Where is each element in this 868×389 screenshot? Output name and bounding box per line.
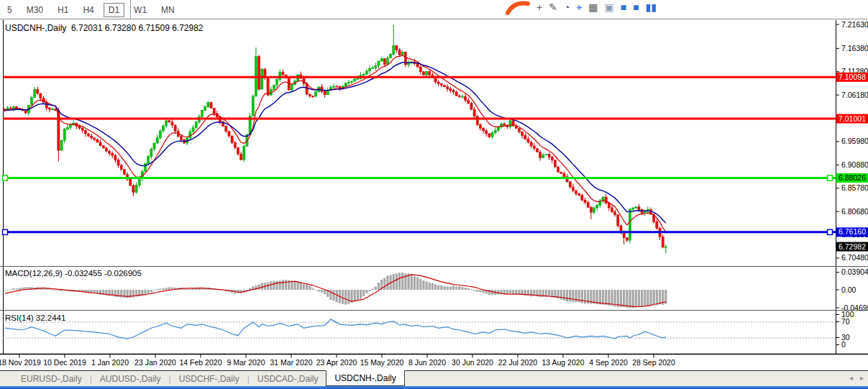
chart-tab-audusd[interactable]: AUDUSD-,Daily (92, 371, 169, 386)
candle (429, 72, 431, 75)
timeframe-toolbar: 5M30H1H4D1W1MN (0, 0, 182, 19)
macd-histogram-bar (512, 290, 514, 294)
macd-histogram-bar (632, 290, 634, 308)
candle (545, 155, 547, 155)
macd-histogram-bar (375, 287, 377, 290)
grid-icon[interactable]: ▦ (588, 2, 598, 12)
macd-histogram-bar (437, 285, 439, 290)
macd-histogram-bar (419, 279, 421, 290)
candle (129, 179, 132, 186)
chart-tab-usdcad[interactable]: USDCAD-,Daily (250, 371, 326, 386)
candle (267, 78, 269, 95)
candle (37, 89, 39, 93)
candle (174, 125, 176, 131)
chart-tab-usdcnh[interactable]: USDCNH-,Daily (326, 370, 404, 386)
candle (309, 94, 311, 96)
candle (587, 202, 589, 207)
date-axis-label: 8 Jun 2020 (408, 358, 446, 367)
timeframe-button-h4[interactable]: H4 (78, 3, 99, 17)
logo-icon (506, 0, 530, 15)
date-axis-label: 23 Jan 2020 (134, 358, 176, 367)
macd-histogram-bar (449, 287, 452, 290)
candle (252, 96, 254, 116)
date-axis-label: 10 Dec 2019 (43, 358, 86, 367)
chart-tab-eurusd[interactable]: EURUSD-,Daily (13, 371, 90, 386)
chart-tab-usdchf[interactable]: USDCHF-,Daily (171, 371, 247, 386)
date-axis-label: 28 Sep 2020 (632, 358, 675, 367)
macd-histogram-bar (575, 290, 577, 302)
chart-area[interactable]: 7.216307.163807.112807.061807.010806.959… (0, 20, 868, 371)
macd-histogram-bar (473, 290, 475, 291)
price-badge-label: 6.72982 (839, 242, 866, 251)
macd-histogram-bar (429, 283, 431, 290)
candle (455, 92, 457, 96)
target-icon[interactable]: ⌖ (576, 2, 582, 12)
candle (135, 185, 137, 192)
macd-histogram-bar (285, 280, 287, 290)
candle (109, 151, 111, 153)
macd-indicator-label: MACD(12,26,9) -0.032455 -0.026905 (5, 269, 142, 278)
macd-histogram-bar (465, 288, 467, 290)
candle (581, 196, 583, 201)
timeframe-button-h1[interactable]: H1 (52, 3, 73, 17)
pencil-icon[interactable]: ✎ (549, 2, 557, 12)
window-icon[interactable]: ▣ (605, 2, 614, 12)
macd-histogram-bar (279, 280, 281, 290)
candle (87, 134, 89, 136)
macd-histogram-bar (452, 285, 454, 290)
candle (398, 50, 401, 55)
candle (192, 128, 194, 132)
macd-histogram-bar (315, 290, 317, 290)
candle (114, 155, 117, 160)
candle (51, 109, 53, 110)
macd-histogram-bar (401, 273, 403, 290)
timeframe-button-mn[interactable]: MN (156, 3, 180, 17)
candle (362, 74, 365, 75)
toolbar-separator (130, 0, 131, 19)
candle (347, 82, 350, 83)
timeframe-button-d1[interactable]: D1 (104, 3, 124, 17)
candle (24, 111, 27, 113)
candle (447, 87, 449, 89)
macd-histogram-bar (566, 290, 568, 301)
macd-histogram-bar (336, 290, 338, 302)
crosshair-icon[interactable]: + (536, 2, 542, 12)
line-handle[interactable] (3, 229, 8, 234)
candle (117, 160, 119, 165)
macd-histogram-bar (344, 290, 347, 305)
line-handle[interactable] (828, 175, 833, 180)
timeframe-button-w1[interactable]: W1 (129, 3, 152, 17)
price-axis-label: 6.80680 (841, 207, 868, 216)
candle (569, 182, 571, 187)
candle (485, 131, 488, 134)
candle (99, 142, 101, 146)
line-handle[interactable] (3, 175, 8, 180)
candle (210, 102, 212, 108)
tab-scroll-left-icon[interactable]: ◂ (849, 374, 853, 383)
candle (530, 142, 532, 146)
candle (419, 67, 421, 72)
macd-histogram-bar (431, 283, 434, 290)
candle (491, 133, 493, 137)
panel-icon[interactable]: ■ (621, 2, 626, 12)
macd-histogram-bar (656, 290, 658, 305)
candle (333, 86, 335, 87)
price-axis-label: 7.21630 (841, 20, 868, 29)
price-badge-label: 7.10098 (839, 73, 866, 81)
timeframe-button-5[interactable]: 5 (2, 3, 17, 17)
tab-scroll-right-icon[interactable]: ▸ (860, 374, 864, 383)
clock-icon[interactable]: ◔ (564, 2, 570, 12)
macd-axis-label: 0.039044 (841, 267, 868, 276)
price-badge-label: 7.01001 (839, 114, 866, 123)
macd-histogram-bar (273, 281, 275, 290)
candle (467, 101, 470, 104)
timeframe-button-m30[interactable]: M30 (22, 3, 48, 17)
line-handle[interactable] (828, 229, 833, 234)
macd-histogram-bar (626, 290, 628, 308)
candle (231, 136, 233, 142)
panel2-icon[interactable]: ■ (633, 2, 639, 12)
chart-columns-icon[interactable]: ▮▮ (646, 2, 657, 12)
macd-histogram-bar (378, 283, 380, 290)
candle (503, 124, 506, 125)
macd-histogram-bar (447, 287, 449, 290)
